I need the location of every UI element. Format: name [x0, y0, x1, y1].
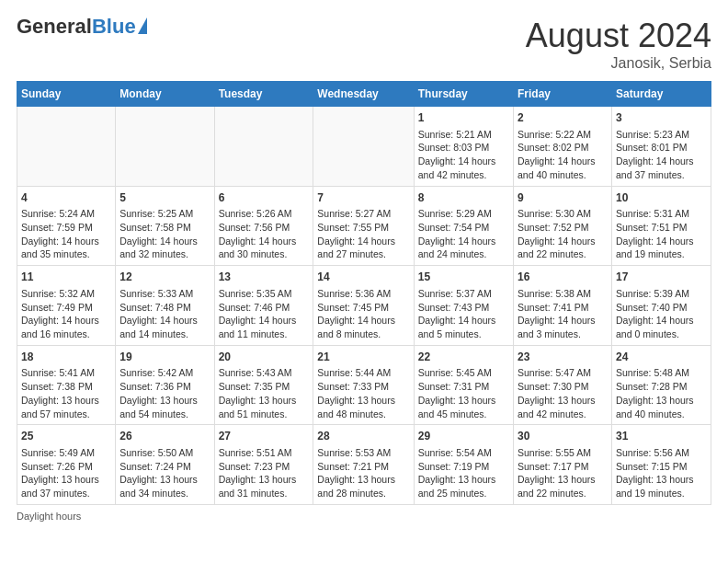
weekday-header: Sunday: [17, 82, 116, 107]
calendar-cell: 5Sunrise: 5:25 AMSunset: 7:58 PMDaylight…: [116, 186, 214, 266]
daylight-label: Daylight hours: [17, 511, 81, 522]
day-number: 19: [119, 350, 210, 365]
day-info: Sunset: 7:28 PM: [616, 380, 707, 394]
day-number: 16: [518, 270, 608, 285]
day-info: and 5 minutes.: [418, 327, 509, 341]
day-number: 25: [21, 429, 111, 444]
day-info: Sunrise: 5:33 AM: [119, 287, 210, 301]
day-info: Sunrise: 5:53 AM: [317, 446, 409, 460]
day-info: Sunrise: 5:26 AM: [219, 207, 310, 221]
day-number: 15: [418, 270, 509, 285]
calendar-cell: 18Sunrise: 5:41 AMSunset: 7:38 PMDayligh…: [17, 345, 116, 425]
day-info: Sunset: 7:52 PM: [518, 221, 608, 235]
day-info: and 37 minutes.: [616, 168, 707, 182]
day-number: 4: [21, 190, 111, 206]
day-info: Sunrise: 5:47 AM: [518, 366, 608, 380]
day-info: Sunset: 7:48 PM: [119, 301, 210, 315]
day-info: and 42 minutes.: [518, 408, 608, 421]
calendar-cell: 19Sunrise: 5:42 AMSunset: 7:36 PMDayligh…: [116, 345, 214, 425]
day-info: Sunrise: 5:35 AM: [219, 287, 310, 301]
calendar-cell: 3Sunrise: 5:23 AMSunset: 8:01 PMDaylight…: [611, 107, 711, 187]
day-info: and 3 minutes.: [518, 327, 608, 341]
day-number: 22: [418, 350, 509, 365]
day-info: and 24 minutes.: [418, 247, 509, 261]
day-info: Sunset: 7:38 PM: [21, 380, 111, 394]
day-info: Sunset: 7:31 PM: [418, 380, 509, 394]
day-info: Sunset: 7:51 PM: [616, 221, 707, 235]
day-info: Sunrise: 5:25 AM: [119, 207, 210, 221]
day-info: Daylight: 14 hours: [616, 235, 707, 248]
title-block: August 2024 Janosik, Serbia: [526, 17, 711, 72]
day-number: 29: [418, 429, 509, 444]
calendar-cell: 24Sunrise: 5:48 AMSunset: 7:28 PMDayligh…: [611, 345, 711, 425]
weekday-header: Monday: [116, 82, 214, 107]
day-number: 17: [616, 270, 707, 285]
calendar-cell: 29Sunrise: 5:54 AMSunset: 7:19 PMDayligh…: [414, 425, 513, 505]
day-info: Daylight: 13 hours: [219, 394, 310, 408]
day-number: 12: [119, 270, 210, 285]
day-number: 13: [219, 270, 310, 285]
logo-text-block: GeneralBlue: [17, 17, 147, 37]
calendar-cell: 22Sunrise: 5:45 AMSunset: 7:31 PMDayligh…: [414, 345, 513, 425]
calendar-cell: [17, 107, 116, 187]
calendar-cell: 6Sunrise: 5:26 AMSunset: 7:56 PMDaylight…: [214, 186, 313, 266]
day-info: Daylight: 13 hours: [418, 394, 509, 408]
calendar-cell: [116, 107, 214, 187]
calendar-week-row: 11Sunrise: 5:32 AMSunset: 7:49 PMDayligh…: [17, 266, 711, 346]
day-info: and 14 minutes.: [119, 327, 210, 341]
weekday-header: Saturday: [611, 82, 711, 107]
day-info: Sunrise: 5:22 AM: [518, 128, 608, 142]
day-info: Daylight: 14 hours: [418, 314, 509, 327]
day-number: 14: [317, 270, 409, 285]
calendar-cell: [313, 107, 414, 187]
calendar-cell: [214, 107, 313, 187]
day-info: Daylight: 14 hours: [518, 155, 608, 168]
day-info: Sunset: 7:41 PM: [518, 301, 608, 315]
day-info: Sunrise: 5:23 AM: [616, 128, 707, 142]
day-info: Sunrise: 5:27 AM: [317, 207, 409, 221]
day-info: and 0 minutes.: [616, 327, 707, 341]
day-info: Daylight: 13 hours: [418, 473, 509, 487]
day-info: Daylight: 13 hours: [518, 394, 608, 408]
day-info: Sunrise: 5:48 AM: [616, 366, 707, 380]
day-info: Daylight: 14 hours: [418, 155, 509, 168]
day-info: Sunrise: 5:32 AM: [21, 287, 111, 301]
day-info: Sunset: 7:23 PM: [219, 460, 310, 474]
day-info: Sunset: 7:45 PM: [317, 301, 409, 315]
day-info: Sunset: 7:26 PM: [21, 460, 111, 474]
day-info: Sunset: 8:03 PM: [418, 141, 509, 155]
day-number: 8: [418, 190, 509, 206]
day-number: 30: [518, 429, 608, 444]
day-info: Daylight: 13 hours: [616, 473, 707, 487]
day-info: Sunset: 8:02 PM: [518, 141, 608, 155]
day-info: and 32 minutes.: [119, 247, 210, 261]
day-info: Sunrise: 5:36 AM: [317, 287, 409, 301]
day-number: 23: [518, 350, 608, 365]
calendar-cell: 2Sunrise: 5:22 AMSunset: 8:02 PMDaylight…: [513, 107, 611, 187]
day-info: and 22 minutes.: [518, 247, 608, 261]
day-info: Daylight: 13 hours: [119, 394, 210, 408]
day-info: Sunrise: 5:44 AM: [317, 366, 409, 380]
day-info: Sunset: 7:55 PM: [317, 221, 409, 235]
calendar-week-row: 25Sunrise: 5:49 AMSunset: 7:26 PMDayligh…: [17, 425, 711, 505]
day-info: Daylight: 14 hours: [219, 235, 310, 248]
calendar-cell: 26Sunrise: 5:50 AMSunset: 7:24 PMDayligh…: [116, 425, 214, 505]
day-info: Sunrise: 5:45 AM: [418, 366, 509, 380]
day-number: 1: [418, 110, 509, 126]
day-info: Sunrise: 5:55 AM: [518, 446, 608, 460]
calendar-title: August 2024: [526, 17, 711, 55]
day-info: Sunset: 7:17 PM: [518, 460, 608, 474]
day-info: Sunset: 7:19 PM: [418, 460, 509, 474]
day-info: Daylight: 14 hours: [119, 235, 210, 248]
day-info: Sunset: 7:40 PM: [616, 301, 707, 315]
day-info: Sunrise: 5:30 AM: [518, 207, 608, 221]
day-info: Daylight: 13 hours: [219, 473, 310, 487]
day-info: Sunset: 7:54 PM: [418, 221, 509, 235]
day-info: Sunrise: 5:43 AM: [219, 366, 310, 380]
day-info: Daylight: 13 hours: [119, 473, 210, 487]
calendar-cell: 17Sunrise: 5:39 AMSunset: 7:40 PMDayligh…: [611, 266, 711, 346]
day-info: Daylight: 13 hours: [21, 394, 111, 408]
day-info: and 40 minutes.: [616, 408, 707, 421]
calendar-cell: 8Sunrise: 5:29 AMSunset: 7:54 PMDaylight…: [414, 186, 513, 266]
day-info: Sunset: 7:30 PM: [518, 380, 608, 394]
